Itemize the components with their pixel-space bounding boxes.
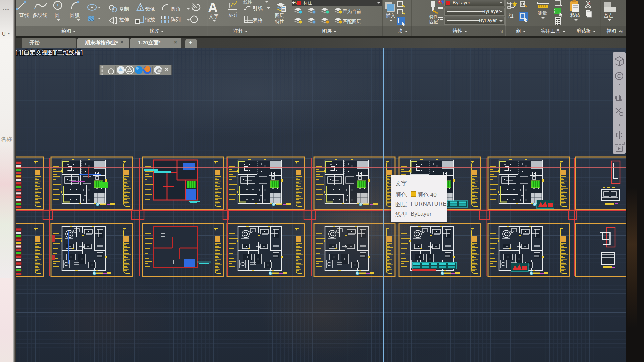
svg-text:[-][自定义视图][二维线框]: [-][自定义视图][二维线框] — [15, 49, 83, 56]
